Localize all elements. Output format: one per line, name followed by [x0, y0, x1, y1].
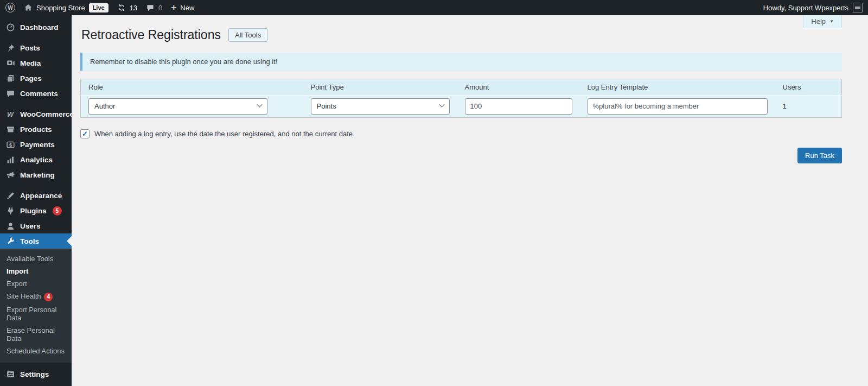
- sidebar-item-label: Posts: [20, 44, 40, 52]
- plugin-update-badge: 5: [53, 206, 62, 216]
- submenu-item-site-health[interactable]: Site Health 4: [0, 290, 72, 303]
- column-header-amount: Amount: [457, 79, 580, 95]
- actions-row: Run Task: [80, 148, 842, 163]
- sidebar-item-comments[interactable]: Comments: [0, 86, 72, 101]
- sidebar-item-label: Marketing: [20, 171, 55, 179]
- sidebar-item-label: Dashboard: [20, 23, 59, 31]
- sidebar-item-settings[interactable]: Settings: [0, 367, 72, 382]
- sidebar-item-label: Plugins: [20, 207, 47, 215]
- submenu-item-erase-personal-data[interactable]: Erase Personal Data: [0, 324, 72, 345]
- sidebar-item-marketing[interactable]: Marketing: [0, 167, 72, 182]
- sidebar-item-label: Analytics: [20, 156, 53, 164]
- tools-submenu: Available Tools Import Export Site Healt…: [0, 249, 72, 363]
- log-entry-template-cell: [580, 95, 775, 117]
- submenu-item-label: Site Health: [7, 292, 41, 300]
- sidebar-item-label: Settings: [20, 370, 49, 378]
- sidebar-item-woocommerce[interactable]: W WooCommerce: [0, 106, 72, 122]
- menu-separator: [0, 101, 72, 106]
- comments-count: 0: [158, 4, 162, 12]
- checkbox-label: When adding a log entry, use the date th…: [94, 130, 355, 138]
- sidebar-item-posts[interactable]: Posts: [0, 40, 72, 55]
- page-title: Retroactive Registrations: [81, 27, 221, 43]
- svg-text:$: $: [9, 142, 12, 147]
- home-icon: [24, 3, 33, 12]
- role-cell: Author: [81, 95, 303, 117]
- submenu-item-export-personal-data[interactable]: Export Personal Data: [0, 303, 72, 324]
- amount-input[interactable]: [465, 98, 572, 115]
- woocommerce-icon: W: [5, 110, 15, 119]
- users-cell: 1: [775, 95, 842, 117]
- dashboard-icon: [5, 23, 15, 32]
- products-icon: [5, 125, 15, 134]
- wrench-icon: [5, 237, 15, 246]
- help-dropdown[interactable]: Help ▼: [803, 15, 842, 28]
- sidebar-item-dashboard[interactable]: Dashboard: [0, 20, 72, 35]
- point-type-selected-value: Points: [317, 102, 336, 110]
- sidebar-item-users[interactable]: Users: [0, 218, 72, 233]
- howdy-account-menu[interactable]: Howdy, Support Wpexperts: [763, 4, 848, 12]
- column-header-point-type: Point Type: [303, 79, 457, 95]
- wordpress-logo-icon: W: [5, 3, 15, 12]
- sidebar-item-label: Appearance: [20, 192, 62, 200]
- chevron-down-icon: ▼: [829, 19, 834, 24]
- point-type-cell: Points: [303, 95, 457, 117]
- admin-bar: W Shopping Store Live 13 0 + New Howdy, …: [0, 0, 868, 15]
- admin-sidebar: Dashboard Posts Media Pages Comments W: [0, 15, 72, 386]
- settings-icon: [5, 370, 15, 379]
- table-row: Author Points 1: [81, 95, 842, 117]
- log-entry-template-input[interactable]: [588, 98, 768, 115]
- updates-count: 13: [130, 4, 137, 12]
- sidebar-item-analytics[interactable]: Analytics: [0, 152, 72, 167]
- submenu-item-available-tools[interactable]: Available Tools: [0, 252, 72, 265]
- run-task-button[interactable]: Run Task: [797, 148, 842, 163]
- site-name-menu[interactable]: Shopping Store Live: [24, 3, 108, 12]
- sidebar-item-label: Media: [20, 59, 41, 67]
- live-badge: Live: [89, 3, 108, 12]
- analytics-icon: [5, 155, 15, 164]
- sidebar-item-plugins[interactable]: Plugins 5: [0, 203, 72, 218]
- main-content: Help ▼ Retroactive Registrations All Too…: [72, 15, 868, 386]
- sidebar-item-appearance[interactable]: Appearance: [0, 188, 72, 203]
- point-type-select[interactable]: Points: [311, 98, 450, 115]
- avatar[interactable]: [853, 3, 863, 12]
- plugin-icon: [5, 206, 15, 216]
- menu-separator: [0, 35, 72, 40]
- retroactive-task-table: Role Point Type Amount Log Entry Templat…: [80, 79, 842, 118]
- title-bar: Retroactive Registrations All Tools: [72, 15, 868, 43]
- sidebar-item-pages[interactable]: Pages: [0, 71, 72, 86]
- pages-icon: [5, 74, 15, 83]
- comments-menu[interactable]: 0: [146, 3, 162, 12]
- submenu-item-scheduled-actions[interactable]: Scheduled Actions: [0, 345, 72, 357]
- use-registration-date-checkbox[interactable]: ✓: [80, 129, 90, 138]
- chevron-down-icon: [257, 102, 263, 107]
- log-date-option-row: ✓ When adding a log entry, use the date …: [80, 129, 842, 138]
- amount-cell: [457, 95, 580, 117]
- menu-separator: [0, 382, 72, 386]
- marketing-icon: [5, 170, 15, 180]
- site-health-badge: 4: [44, 293, 53, 301]
- sidebar-item-payments[interactable]: $ Payments: [0, 137, 72, 152]
- sidebar-item-label: Pages: [20, 74, 42, 83]
- users-count: 1: [783, 102, 787, 110]
- sidebar-item-label: Comments: [20, 90, 58, 98]
- all-tools-button[interactable]: All Tools: [228, 28, 267, 42]
- sidebar-item-tools[interactable]: Tools: [0, 233, 72, 249]
- notice-text: Remember to disable this plugin once you…: [90, 58, 277, 66]
- updates-icon: [117, 3, 126, 12]
- wp-logo-menu[interactable]: W: [5, 3, 15, 12]
- menu-separator: [0, 182, 72, 188]
- appearance-icon: [5, 191, 15, 200]
- svg-text:W: W: [7, 110, 14, 118]
- column-header-role: Role: [81, 79, 303, 95]
- pushpin-icon: [5, 43, 15, 53]
- updates-menu[interactable]: 13: [117, 3, 137, 12]
- submenu-item-export[interactable]: Export: [0, 277, 72, 290]
- submenu-item-import[interactable]: Import: [0, 265, 72, 277]
- role-select[interactable]: Author: [88, 98, 267, 115]
- sidebar-item-media[interactable]: Media: [0, 55, 72, 71]
- new-content-menu[interactable]: + New: [171, 2, 194, 13]
- sidebar-item-products[interactable]: Products: [0, 122, 72, 137]
- avatar-image: [855, 7, 860, 9]
- comments-icon: [5, 89, 15, 98]
- media-icon: [5, 59, 15, 68]
